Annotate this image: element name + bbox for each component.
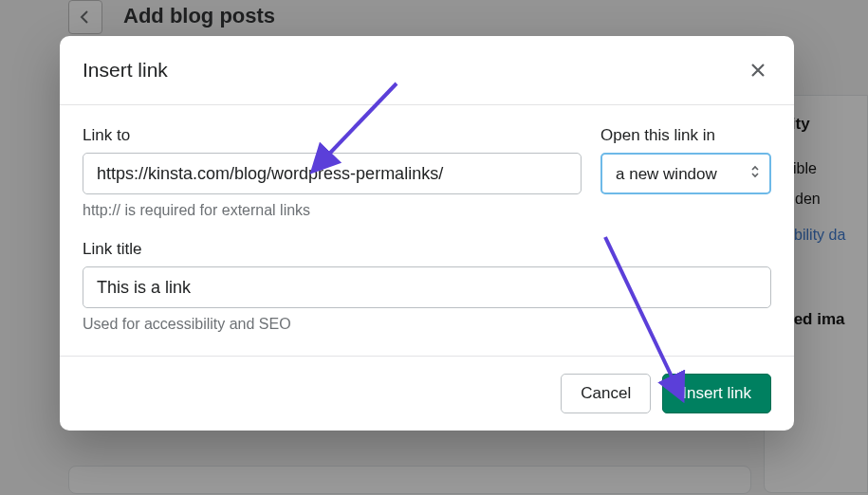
open-in-label: Open this link in: [600, 126, 771, 145]
link-to-input[interactable]: [83, 153, 582, 194]
close-icon: [748, 61, 767, 80]
modal-title: Insert link: [83, 59, 168, 82]
link-title-hint: Used for accessibility and SEO: [83, 316, 771, 333]
modal-body: Link to http:// is required for external…: [60, 105, 794, 356]
insert-link-modal: Insert link Link to http:// is required …: [60, 36, 794, 431]
modal-footer: Cancel Insert link: [60, 356, 794, 431]
open-in-select[interactable]: a new window: [600, 153, 771, 194]
modal-header: Insert link: [60, 36, 794, 105]
insert-link-button[interactable]: Insert link: [662, 374, 771, 413]
link-to-hint: http:// is required for external links: [83, 202, 582, 219]
link-title-input[interactable]: [83, 266, 771, 308]
link-title-label: Link title: [83, 240, 771, 259]
cancel-button[interactable]: Cancel: [561, 374, 651, 413]
link-to-label: Link to: [83, 126, 582, 145]
close-button[interactable]: [745, 57, 771, 83]
